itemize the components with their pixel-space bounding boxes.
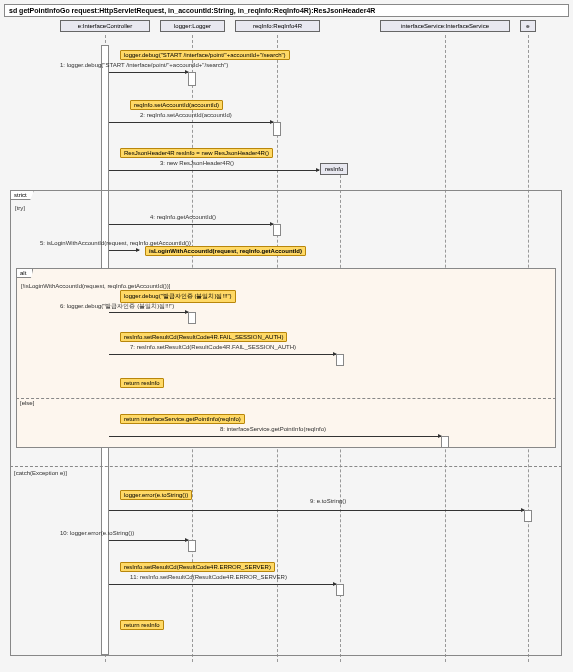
message-label: 4: reqInfo.getAccountId(): [150, 214, 216, 220]
message-box: ResJsonHeader4R resInfo = new ResJsonHea…: [120, 148, 273, 158]
arrow-icon: [109, 312, 188, 313]
lifeline-e: e: [520, 20, 536, 32]
activation-bar: [188, 72, 196, 86]
lifeline-service: interfaceService:InterfaceService: [380, 20, 510, 32]
activation-bar: [524, 510, 532, 522]
alt-divider: [16, 398, 556, 399]
message-box: resInfo.setResultCd(ResultCode4R.FAIL_SE…: [120, 332, 287, 342]
activation-bar: [188, 312, 196, 324]
activation-bar: [273, 224, 281, 236]
frame-condition: [else]: [20, 400, 34, 406]
arrow-icon: [109, 170, 319, 171]
message-label: 8: interfaceService.getPointInfo(reqInfo…: [220, 426, 326, 432]
activation-bar: [188, 540, 196, 552]
diagram-title: sd getPointInfoGo request:HttpServletReq…: [4, 4, 569, 17]
message-label: 1: logger.debug("START /interface/point/…: [60, 62, 228, 68]
message-label: 11: resInfo.setResultCd(ResultCode4R.ERR…: [130, 574, 287, 580]
arrow-icon: [109, 250, 139, 251]
message-label: 10: logger.error(e.toString()): [60, 530, 134, 536]
message-box: resInfo.setResultCd(ResultCode4R.ERROR_S…: [120, 562, 275, 572]
arrow-icon: [109, 224, 273, 225]
activation-bar: [441, 436, 449, 448]
message-label: 6: logger.debug("발급자인증 (불일치)됨!!!"): [60, 302, 174, 311]
arrow-icon: [109, 540, 188, 541]
arrow-icon: [109, 436, 441, 437]
arrow-icon: [109, 72, 188, 73]
lifeline-reqinfo: reqInfo:ReqInfo4R: [235, 20, 320, 32]
return-box: return resInfo: [120, 620, 164, 630]
activation-bar: [336, 584, 344, 596]
arrow-icon: [109, 510, 524, 511]
frame-condition: [try]: [15, 205, 25, 211]
activation-bar: [336, 354, 344, 366]
frame-label: strict: [11, 191, 34, 200]
frame-label: alt: [17, 269, 33, 278]
lifeline-logger: logger:Logger: [160, 20, 225, 32]
frame-condition: [!isLoginWithAccountId(request, reqInfo.…: [21, 283, 170, 289]
arrow-icon: [109, 122, 273, 123]
message-box: return interfaceService.getPointInfo(req…: [120, 414, 245, 424]
object-resinfo: resInfo: [320, 163, 348, 175]
message-label: 7: resInfo.setResultCd(ResultCode4R.FAIL…: [130, 344, 296, 350]
message-box: reqInfo.setAccountId(accountId): [130, 100, 223, 110]
return-box: return resInfo: [120, 378, 164, 388]
strict-divider: [10, 466, 562, 467]
arrow-icon: [109, 584, 336, 585]
frame-condition: [catch(Exception e)]: [14, 470, 67, 476]
message-box: logger.debug("START /interface/point/"+a…: [120, 50, 290, 60]
message-label: 9: e.toString(): [310, 498, 346, 504]
message-label: 2: reqInfo.setAccountId(accountId): [140, 112, 232, 118]
alt-frame: alt [!isLoginWithAccountId(request, reqI…: [16, 268, 556, 448]
lifeline-controller: e:InterfaceController: [60, 20, 150, 32]
activation-bar: [273, 122, 281, 136]
message-label: 3: new ResJsonHeader4R(): [160, 160, 234, 166]
arrow-icon: [109, 354, 336, 355]
message-box: logger.error(e.toString()): [120, 490, 192, 500]
message-box: isLoginWithAccountId(request, reqInfo.ge…: [145, 246, 306, 256]
